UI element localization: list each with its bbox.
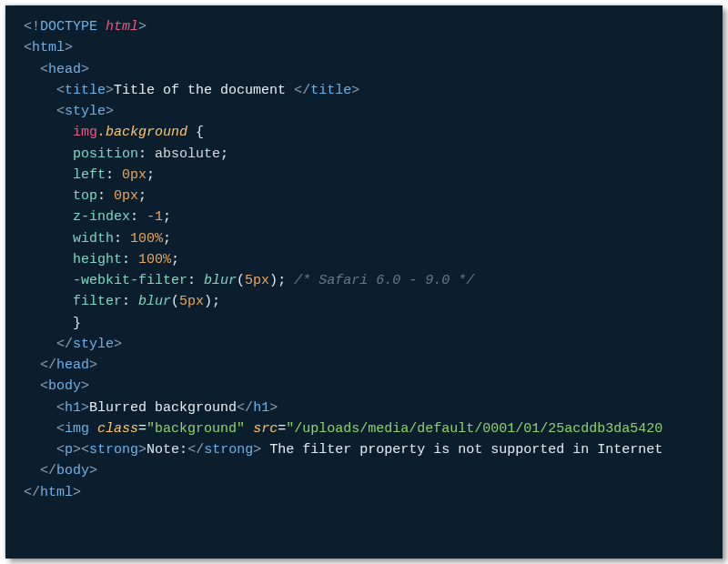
head-open-tag: head xyxy=(48,62,81,77)
prop-filter: filter xyxy=(73,294,122,309)
prop-height: height xyxy=(73,252,122,267)
prop-webkit-filter: -webkit-filter xyxy=(73,273,187,288)
prop-top: top xyxy=(73,188,97,204)
p-text: The filter property is not supported in … xyxy=(261,442,662,458)
code-block: <!DOCTYPE html> <html> <head> <title>Tit… xyxy=(24,16,723,503)
style-open-tag: style xyxy=(65,104,106,119)
body-open-tag: body xyxy=(48,378,81,394)
prop-zindex: z-index xyxy=(73,209,130,225)
attr-src-val: "/uploads/media/default/0001/01/25acddb3… xyxy=(286,421,662,437)
prop-left: left xyxy=(73,167,106,183)
h1-text: Blurred background xyxy=(89,400,237,416)
doctype-open: <! xyxy=(24,19,40,35)
doctype-word: DOCTYPE xyxy=(40,19,106,35)
selector-class: background xyxy=(106,125,187,140)
attr-class-val: "background" xyxy=(147,421,245,437)
selector-tag: img xyxy=(73,125,97,140)
strong-open-tag: strong xyxy=(89,442,138,458)
css-comment: /* Safari 6.0 - 9.0 */ xyxy=(294,273,474,288)
prop-position: position xyxy=(73,146,138,162)
attr-src: src xyxy=(253,421,278,437)
code-editor[interactable]: <!DOCTYPE html> <html> <head> <title>Tit… xyxy=(5,5,723,559)
title-open-tag: title xyxy=(65,83,106,98)
attr-class: class xyxy=(97,421,138,437)
prop-width: width xyxy=(73,231,114,247)
strong-text: Note: xyxy=(147,442,187,458)
img-tag: img xyxy=(65,421,89,437)
html-open-tag: html xyxy=(32,40,65,55)
p-open-tag: p xyxy=(65,442,73,458)
h1-open-tag: h1 xyxy=(65,400,81,416)
doctype-kw: html xyxy=(106,19,138,35)
title-text: Title of the document xyxy=(114,83,294,98)
